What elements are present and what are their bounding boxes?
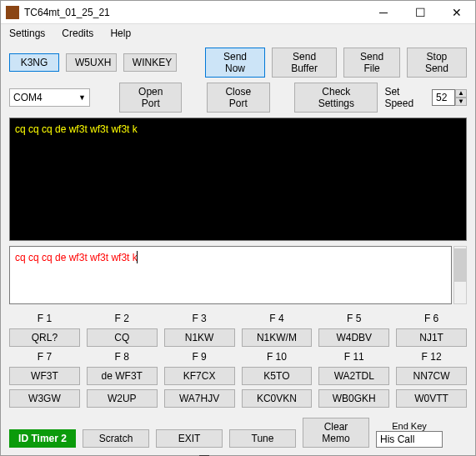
fkey-label: F 12 <box>396 351 467 363</box>
fkey-label: F 4 <box>242 313 313 324</box>
fkey-label: F 7 <box>9 351 80 363</box>
mode-w5uxh-button[interactable]: W5UXH <box>66 53 117 72</box>
fkey-f7-button[interactable]: WF3T <box>9 367 80 385</box>
menubar: Settings Credits Help <box>1 24 475 43</box>
fkey-f11-button[interactable]: WA2TDL <box>318 367 389 385</box>
app-icon <box>6 6 19 19</box>
exit-button[interactable]: EXIT <box>156 429 223 448</box>
text-input[interactable]: cq cq cq de wf3t wf3t wf3t k <box>9 246 452 304</box>
fkey-label: F 1 <box>9 313 80 324</box>
close-button[interactable]: ✕ <box>438 1 475 24</box>
fkey-f1-button[interactable]: QRL? <box>9 328 80 347</box>
fkey-label: F 3 <box>164 313 235 324</box>
macro-button[interactable]: WB0GKH <box>318 389 389 408</box>
macro-button[interactable]: KC0VKN <box>242 389 313 408</box>
fkey-label: F 8 <box>87 351 158 363</box>
fkey-label: F 6 <box>396 313 467 324</box>
close-port-button[interactable]: Close Port <box>207 83 270 113</box>
end-key-label: End Key <box>376 421 443 431</box>
stop-send-button[interactable]: Stop Send <box>407 48 467 78</box>
input-scrollbar[interactable] <box>453 246 467 304</box>
fkey-label: F 10 <box>242 351 313 363</box>
tune-button[interactable]: Tune <box>229 429 296 448</box>
mode-k3ng-button[interactable]: K3NG <box>9 53 59 72</box>
scroll-thumb[interactable] <box>454 248 466 282</box>
scratch-button[interactable]: Scratch <box>83 429 149 448</box>
clear-memo-button[interactable]: Clear Memo <box>303 418 369 448</box>
tx-display: cq cq cq de wf3t wf3t wf3t k <box>9 118 467 241</box>
fkey-label: F 5 <box>318 313 389 324</box>
open-port-button[interactable]: Open Port <box>119 83 182 113</box>
minimize-button[interactable]: ─ <box>365 1 402 24</box>
fkey-label: F 2 <box>87 313 158 324</box>
macro-button[interactable]: WA7HJV <box>164 389 235 408</box>
tx-display-text: cq cq cq de wf3t wf3t wf3t k <box>15 123 138 135</box>
menu-settings[interactable]: Settings <box>6 26 48 41</box>
fkey-f4-button[interactable]: N1KW/M <box>242 328 313 347</box>
fkey-f2-button[interactable]: CQ <box>87 328 158 347</box>
fkey-f5-button[interactable]: W4DBV <box>318 328 389 347</box>
mode-winkey-button[interactable]: WINKEY <box>123 53 177 72</box>
speed-value[interactable]: 52 <box>432 89 455 106</box>
end-key-input[interactable] <box>376 431 443 448</box>
fkey-label: F 11 <box>318 351 389 363</box>
send-buffer-button[interactable]: Send Buffer <box>272 48 338 78</box>
check-settings-button[interactable]: Check Settings <box>294 83 378 113</box>
chevron-down-icon: ▼ <box>78 93 86 102</box>
port-combo-value: COM4 <box>13 92 43 103</box>
macro-button[interactable]: W3GW <box>9 389 80 408</box>
macro-button[interactable]: W0VTT <box>396 389 467 408</box>
port-combo[interactable]: COM4 ▼ <box>9 88 90 107</box>
window-title: TC64mt_01_25_21 <box>24 7 365 18</box>
fkey-f10-button[interactable]: K5TO <box>242 367 313 385</box>
send-now-button[interactable]: Send Now <box>205 48 265 78</box>
menu-help[interactable]: Help <box>107 26 134 41</box>
fkey-label: F 9 <box>164 351 235 363</box>
speed-up-button[interactable]: ▲ <box>455 89 467 98</box>
fkey-f3-button[interactable]: N1KW <box>164 328 235 347</box>
macro-button[interactable]: W2UP <box>87 389 158 408</box>
send-file-button[interactable]: Send File <box>343 48 399 78</box>
id-timer-button[interactable]: ID Timer 2 <box>9 429 76 448</box>
fkey-f12-button[interactable]: NN7CW <box>396 367 467 385</box>
menu-credits[interactable]: Credits <box>58 26 97 41</box>
fkey-f8-button[interactable]: de WF3T <box>87 367 158 385</box>
speed-label: Set Speed <box>384 86 428 109</box>
speed-down-button[interactable]: ▼ <box>455 98 467 106</box>
maximize-button[interactable]: ☐ <box>402 1 438 24</box>
fkey-f9-button[interactable]: KF7CX <box>164 367 235 385</box>
text-input-value: cq cq cq de wf3t wf3t wf3t k <box>15 252 138 263</box>
fkey-f6-button[interactable]: NJ1T <box>396 328 467 347</box>
